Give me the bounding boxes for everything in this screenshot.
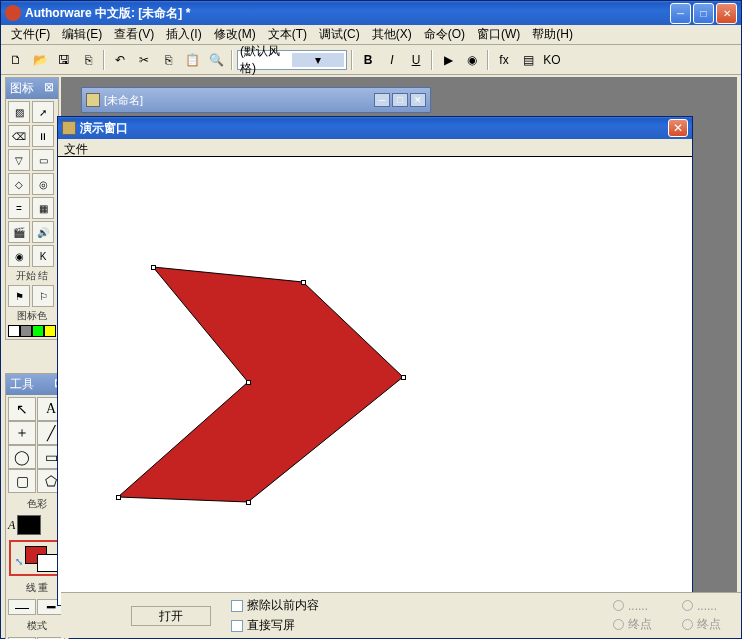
menu-insert[interactable]: 插入(I): [160, 24, 207, 45]
checkbox-icon[interactable]: [231, 620, 243, 632]
menu-window[interactable]: 窗口(W): [471, 24, 526, 45]
style-select[interactable]: (默认风格) ▾: [237, 50, 347, 70]
radio-icon[interactable]: [613, 600, 624, 611]
menu-view[interactable]: 查看(V): [108, 24, 160, 45]
find-button[interactable]: 🔍: [205, 49, 227, 71]
radio-icon[interactable]: [682, 619, 693, 630]
ko-icon[interactable]: K: [32, 245, 54, 267]
selection-handle[interactable]: [301, 280, 306, 285]
undo-button[interactable]: ↶: [109, 49, 131, 71]
erase-checkbox-row[interactable]: 擦除以前内容: [231, 597, 319, 614]
radio-icon[interactable]: [613, 619, 624, 630]
flowline-maximize[interactable]: □: [392, 93, 408, 107]
open-button[interactable]: 📂: [29, 49, 51, 71]
var-button[interactable]: ▤: [517, 49, 539, 71]
selection-handle[interactable]: [401, 375, 406, 380]
line-weight-thin[interactable]: —: [8, 599, 36, 615]
flowline-minimize[interactable]: ─: [374, 93, 390, 107]
presentation-menu-file[interactable]: 文件: [64, 142, 88, 156]
run-button[interactable]: ▶: [437, 49, 459, 71]
selection-handle[interactable]: [116, 495, 121, 500]
style-select-label: (默认风格): [240, 43, 292, 77]
line-plus-tool[interactable]: ＋: [8, 421, 36, 445]
properties-bar: 打开 擦除以前内容 直接写屏 ...... 终点 ..: [61, 592, 741, 638]
save-all-button[interactable]: 🖫: [53, 49, 75, 71]
import-button[interactable]: ⎘: [77, 49, 99, 71]
underline-button[interactable]: U: [405, 49, 427, 71]
stroke-color-swatch[interactable]: [17, 515, 41, 535]
icon-palette-title[interactable]: 图标 ⊠: [6, 78, 58, 99]
navigate-icon[interactable]: ▽: [8, 149, 30, 171]
menu-file[interactable]: 文件(F): [5, 24, 56, 45]
motion-icon[interactable]: ➚: [32, 101, 54, 123]
italic-button[interactable]: I: [381, 49, 403, 71]
endpoint-radio-row[interactable]: 终点: [613, 616, 652, 633]
radio-row-1[interactable]: ......: [613, 599, 652, 613]
framework-icon[interactable]: ▭: [32, 149, 54, 171]
separator: [431, 50, 433, 70]
text-color-icon[interactable]: A: [8, 518, 15, 533]
maximize-button[interactable]: □: [693, 3, 714, 24]
func-button[interactable]: fx: [493, 49, 515, 71]
close-button[interactable]: ✕: [716, 3, 737, 24]
titlebar: Authorware 中文版: [未命名] * ─ □ ✕: [1, 1, 741, 25]
wait-icon[interactable]: ⏸: [32, 125, 54, 147]
open-button[interactable]: 打开: [131, 606, 211, 626]
selection-handle[interactable]: [246, 380, 251, 385]
swap-icon[interactable]: ⤡: [15, 556, 23, 567]
color-green[interactable]: [32, 325, 44, 337]
sound-icon[interactable]: 🔊: [32, 221, 54, 243]
menu-edit[interactable]: 编辑(E): [56, 24, 108, 45]
palette-close-icon[interactable]: ⊠: [44, 80, 54, 97]
selection-handle[interactable]: [246, 500, 251, 505]
calc-icon[interactable]: =: [8, 197, 30, 219]
radio-icon[interactable]: [682, 600, 693, 611]
checkbox-icon[interactable]: [231, 600, 243, 612]
end-flag-icon[interactable]: ⚐: [32, 285, 54, 307]
radio-row-2[interactable]: ......: [682, 599, 721, 613]
start-flag-icon[interactable]: ⚑: [8, 285, 30, 307]
tool-palette-label: 工具: [10, 376, 34, 393]
decision-icon[interactable]: ◇: [8, 173, 30, 195]
direct-checkbox-row[interactable]: 直接写屏: [231, 617, 319, 634]
dvd-icon[interactable]: ◉: [8, 245, 30, 267]
flowline-close[interactable]: ✕: [410, 93, 426, 107]
display-icon[interactable]: ▨: [8, 101, 30, 123]
movie-icon[interactable]: 🎬: [8, 221, 30, 243]
roundrect-tool[interactable]: ▢: [8, 469, 36, 493]
pointer-tool[interactable]: ↖: [8, 397, 36, 421]
new-button[interactable]: 🗋: [5, 49, 27, 71]
cut-button[interactable]: ✂: [133, 49, 155, 71]
erase-icon[interactable]: ⌫: [8, 125, 30, 147]
erase-label: 擦除以前内容: [247, 597, 319, 614]
presentation-menubar: 文件: [58, 139, 692, 157]
selection-handle[interactable]: [151, 265, 156, 270]
color-white[interactable]: [8, 325, 20, 337]
endpoint-radio-row-2[interactable]: 终点: [682, 616, 721, 633]
map-icon[interactable]: ▦: [32, 197, 54, 219]
color-yellow[interactable]: [44, 325, 56, 337]
icon-color-label: 图标色: [8, 309, 56, 323]
flowline-icon: [86, 93, 100, 107]
color-gray[interactable]: [20, 325, 32, 337]
minimize-button[interactable]: ─: [670, 3, 691, 24]
oval-tool[interactable]: ◯: [8, 445, 36, 469]
bold-button[interactable]: B: [357, 49, 379, 71]
presentation-canvas[interactable]: [58, 157, 692, 605]
presentation-titlebar[interactable]: 演示窗口 ✕: [58, 117, 692, 139]
copy-button[interactable]: ⎘: [157, 49, 179, 71]
ko-button[interactable]: KO: [541, 49, 563, 71]
paste-button[interactable]: 📋: [181, 49, 203, 71]
menu-other[interactable]: 其他(X): [366, 24, 418, 45]
interaction-icon[interactable]: ◎: [32, 173, 54, 195]
control-panel-button[interactable]: ◉: [461, 49, 483, 71]
menu-debug[interactable]: 调试(C): [313, 24, 366, 45]
flowline-window[interactable]: [未命名] ─ □ ✕: [81, 87, 431, 113]
red-arrow-shape[interactable]: [108, 262, 408, 515]
menu-command[interactable]: 命令(O): [418, 24, 471, 45]
fill-bg-swatch[interactable]: [37, 554, 59, 572]
app-title: Authorware 中文版: [未命名] *: [25, 5, 670, 22]
menu-help[interactable]: 帮助(H): [526, 24, 579, 45]
icon-color-row[interactable]: [8, 325, 56, 337]
presentation-close-button[interactable]: ✕: [668, 119, 688, 137]
